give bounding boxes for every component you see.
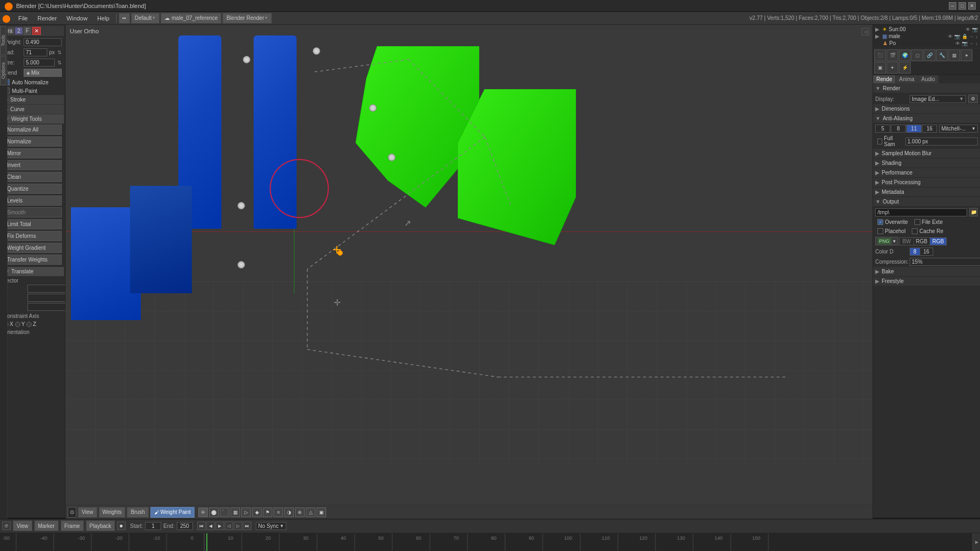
record-btn[interactable]: ⏺	[117, 521, 126, 530]
menu-render[interactable]: Render	[33, 12, 61, 24]
depth-16-btn[interactable]: 16	[920, 248, 933, 255]
post-processing-section-toggle[interactable]: ▶ Post Processing	[873, 178, 980, 187]
output-browse-btn[interactable]: 📁	[969, 208, 978, 216]
props-tab-modifiers[interactable]: 🔧	[936, 49, 948, 61]
play-btn[interactable]: ▶	[215, 521, 224, 530]
radius-arrows[interactable]: ⇅	[57, 50, 62, 55]
full-sample-input[interactable]	[905, 137, 978, 146]
scene-btn[interactable]: ☁ male_07_reference	[161, 13, 221, 24]
output-path-input[interactable]	[875, 208, 967, 216]
engine-dropdown[interactable]: Blender Render ▼	[222, 13, 272, 24]
strength-input[interactable]	[24, 59, 55, 67]
play-reverse-btn[interactable]: ◁	[225, 521, 233, 530]
mirror-button[interactable]: Mirror	[3, 148, 62, 158]
y-value-input[interactable]	[27, 294, 66, 302]
format-dropdown[interactable]: PNG ▼	[875, 237, 898, 245]
aa-section-toggle[interactable]: ▼ Anti-Aliasing	[873, 114, 980, 124]
aa-val-11[interactable]: 11	[906, 125, 921, 133]
tool-icon-5[interactable]: ▷	[241, 508, 251, 517]
bw-btn[interactable]: BW	[900, 238, 913, 245]
viewport-collapse-btn[interactable]: ◁	[862, 28, 869, 35]
menu-file[interactable]: File	[14, 12, 32, 24]
file-ext-check[interactable]	[914, 219, 920, 225]
performance-section-toggle[interactable]: ▶ Performance	[873, 168, 980, 178]
brush-btn[interactable]: Brush	[127, 507, 148, 518]
depth-8-btn[interactable]: 8	[910, 248, 920, 255]
tool-icon-9[interactable]: ◑	[284, 508, 294, 517]
tool-icon-8[interactable]: ≡	[273, 508, 283, 517]
render-tab-audio[interactable]: Audio	[918, 75, 939, 83]
options-tab[interactable]: Options	[0, 56, 6, 85]
layout-dropdown[interactable]: Default ▼	[131, 13, 160, 24]
normalize-button[interactable]: Normalize	[3, 136, 62, 147]
weight-gradient-button[interactable]: Weight Gradient	[3, 243, 62, 253]
weights-btn[interactable]: Weights	[99, 507, 126, 518]
timeline-icon-btn[interactable]: ⏱	[2, 521, 11, 530]
tool-icon-10[interactable]: ⊕	[295, 508, 305, 517]
tool-icon-3[interactable]: ⬛	[220, 508, 229, 517]
tool-icon-4[interactable]: ▦	[230, 508, 240, 517]
menu-window[interactable]: Window	[62, 12, 92, 24]
x-btn[interactable]: ✕	[32, 27, 41, 35]
start-frame-input[interactable]	[145, 522, 161, 530]
z-value-input[interactable]	[27, 303, 66, 311]
metadata-section-toggle[interactable]: ▶ Metadata	[873, 187, 980, 197]
timeline-marker-btn[interactable]: Marker	[34, 520, 59, 531]
stroke-section-header[interactable]: ▶ Stroke	[1, 95, 64, 105]
filter-dropdown[interactable]: Mitchell-... ▼	[939, 125, 978, 133]
overwrite-checkbox[interactable]: ✓ Overwrite	[875, 219, 910, 226]
rgba-btn[interactable]: RGB	[930, 238, 946, 245]
sync-dropdown[interactable]: No Sync ▼	[256, 522, 287, 530]
aa-val-8[interactable]: 8	[891, 125, 906, 133]
rgb-btn[interactable]: RGB	[914, 238, 931, 245]
view-mode-btn[interactable]: ▪▪	[119, 13, 130, 24]
full-sample-checkbox[interactable]: Full Sam	[875, 135, 903, 148]
maximize-button[interactable]: □	[959, 2, 966, 10]
quantize-button[interactable]: Quantize	[3, 184, 62, 194]
view-btn[interactable]: View	[78, 507, 97, 518]
compression-input[interactable]	[910, 258, 980, 266]
full-sample-check[interactable]	[877, 139, 882, 144]
props-tab-textures[interactable]: ▣	[874, 62, 886, 74]
sampled-motion-blur-toggle[interactable]: ▶ Sampled Motion Blur	[873, 149, 980, 158]
curve-section-header[interactable]: ▶ Curve	[1, 105, 64, 114]
props-tab-materials[interactable]: ●	[961, 49, 972, 61]
tools-tab[interactable]: Tools	[0, 26, 6, 55]
tool-icon-7[interactable]: ⚑	[263, 508, 272, 517]
placehol-checkbox[interactable]: Placehol	[875, 228, 907, 235]
translate-section-header[interactable]: ▼ Translate	[1, 267, 64, 277]
close-button[interactable]: ✕	[968, 2, 976, 10]
timeline-scroll-right[interactable]: ▶	[972, 533, 980, 551]
invert-button[interactable]: Invert	[3, 160, 62, 170]
title-bar-controls[interactable]: ─ □ ✕	[949, 2, 976, 10]
tool-icon-12[interactable]: ▣	[316, 508, 326, 517]
placehol-check[interactable]	[877, 228, 883, 234]
props-tab-data[interactable]: ▦	[948, 49, 960, 61]
dimensions-section-toggle[interactable]: ▶ Dimensions	[873, 104, 980, 114]
timeline-view-btn[interactable]: View	[13, 520, 32, 531]
render-tab-render[interactable]: Rende	[873, 75, 896, 83]
display-dropdown[interactable]: Image Ed... ▼	[910, 95, 966, 103]
props-tab-world[interactable]: 🌍	[899, 49, 911, 61]
weight-paint-mode-btn[interactable]: 🖌 Weight Paint	[150, 507, 195, 518]
tool-icon-6[interactable]: ◆	[252, 508, 262, 517]
tool-icon-2[interactable]: ⬤	[209, 508, 219, 517]
timeline-ruler[interactable]: -50 -40 -30 -20 -10 0 10 20 30 40 50 60	[0, 533, 980, 551]
props-tab-scene[interactable]: 🎬	[887, 49, 898, 61]
viewport[interactable]: User Ortho ◁	[66, 25, 873, 518]
f-btn[interactable]: F	[24, 27, 31, 35]
scene-item-male[interactable]: ▶ ▦ male 👁 📷 🔒 → ↓	[874, 33, 979, 40]
x-value-input[interactable]	[27, 285, 66, 293]
timeline-playback-btn[interactable]: Playback	[86, 520, 116, 531]
aa-val-5[interactable]: 5	[875, 125, 890, 133]
strength-arrows[interactable]: ⇅	[57, 60, 62, 66]
bake-section-toggle[interactable]: ▶ Bake	[873, 267, 980, 277]
timeline-frame-btn[interactable]: Frame	[61, 520, 84, 531]
display-settings-btn[interactable]: ⚙	[968, 95, 978, 103]
aa-val-16[interactable]: 16	[922, 125, 937, 133]
props-tab-particles[interactable]: ✦	[887, 62, 898, 74]
minimize-button[interactable]: ─	[949, 2, 956, 10]
output-section-toggle[interactable]: ▼ Output	[873, 197, 980, 207]
skip-end-btn[interactable]: ⏭	[243, 521, 251, 530]
menu-help[interactable]: Help	[93, 12, 114, 24]
